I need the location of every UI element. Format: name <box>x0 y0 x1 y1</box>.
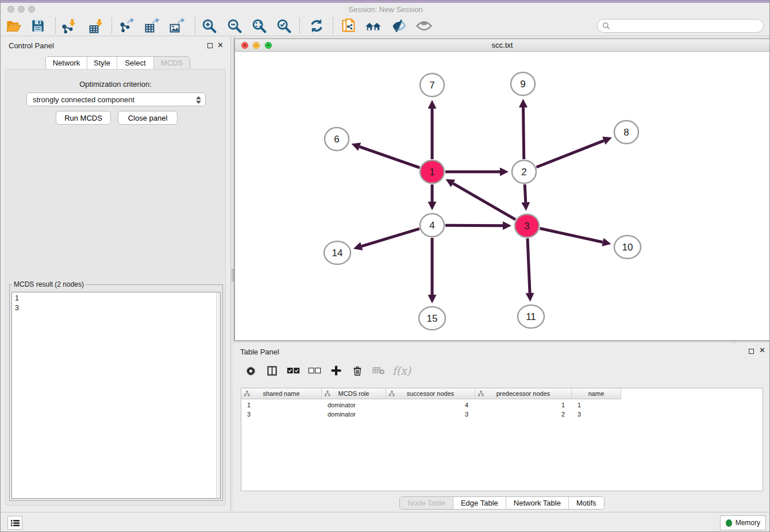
table-row[interactable]: 1dominator411 <box>241 400 621 410</box>
table-cell[interactable]: 3 <box>386 410 475 419</box>
graph-node-label: 14 <box>332 248 343 259</box>
table-cell[interactable]: 4 <box>386 400 475 410</box>
select-all-icon[interactable] <box>283 361 304 380</box>
edge-2-9[interactable] <box>523 107 524 159</box>
clone-network-icon[interactable] <box>338 16 359 36</box>
toolbar-separator <box>55 18 56 34</box>
mcds-result-title: MCDS result (2 nodes) <box>12 280 86 288</box>
network-window-titlebar[interactable]: × − + scc.txt <box>235 39 769 52</box>
table-row[interactable]: 3dominator323 <box>241 410 621 419</box>
graph-node-label: 3 <box>524 221 529 232</box>
memory-label: Memory <box>736 519 760 527</box>
search-input[interactable] <box>610 21 763 31</box>
zoom-out-icon[interactable] <box>224 16 245 36</box>
node-table-header: shared nameMCDS rolesuccessor nodesprede… <box>241 388 621 399</box>
search-icon <box>602 22 610 30</box>
toolbar-separator <box>195 18 195 34</box>
table-cell[interactable]: 1 <box>241 400 322 410</box>
mcds-result-group: MCDS result (2 nodes) 1 3 <box>9 284 223 501</box>
table-cell[interactable]: 1 <box>475 400 572 410</box>
tab-style[interactable]: Style <box>87 57 117 69</box>
import-network-icon[interactable] <box>59 16 79 36</box>
tab-node-table[interactable]: Node Table <box>400 497 453 509</box>
graph-node-label: 9 <box>520 79 525 90</box>
edge-2-3[interactable] <box>525 184 526 202</box>
control-panel-tabs: NetworkStyleSelectMCDS <box>45 56 190 70</box>
tab-network-table[interactable]: Network Table <box>506 497 569 509</box>
toolbar-separator <box>299 18 300 34</box>
table-cell[interactable]: 1 <box>572 400 621 410</box>
table-cell[interactable]: 2 <box>475 410 572 419</box>
tab-motifs[interactable]: Motifs <box>569 497 604 509</box>
network-graph: 7968124314101511 <box>235 52 769 340</box>
node-table[interactable]: shared nameMCDS rolesuccessor nodesprede… <box>241 388 763 491</box>
table-toolbar: f(x) <box>240 360 414 381</box>
window-title: Session: New Session <box>1 5 770 14</box>
deselect-all-icon[interactable] <box>304 361 325 380</box>
mcds-result-text[interactable]: 1 3 <box>11 292 221 499</box>
function-builder-icon: f(x) <box>389 361 414 380</box>
network-canvas[interactable]: 7968124314101511 <box>235 52 769 340</box>
export-network-icon[interactable] <box>116 16 137 36</box>
import-table-icon[interactable] <box>86 16 106 36</box>
graph-node-label: 8 <box>623 127 629 138</box>
column-manager-icon[interactable] <box>261 361 283 380</box>
close-panel-button[interactable]: Close panel <box>118 111 178 125</box>
graph-node-label: 7 <box>429 80 434 91</box>
zoom-fit-icon[interactable] <box>249 16 270 36</box>
edge-3-10[interactable] <box>540 229 603 242</box>
graph-node-label: 4 <box>429 220 434 231</box>
hide-details-icon[interactable] <box>388 16 409 36</box>
edge-3-11[interactable] <box>528 238 530 293</box>
table-close-icon[interactable]: ✕ <box>759 346 765 354</box>
edge-1-6[interactable] <box>360 147 420 168</box>
open-session-icon[interactable] <box>3 16 24 36</box>
table-tabs-bar: Node TableEdge TableNetwork TableMotifs <box>233 496 770 510</box>
tab-edge-table[interactable]: Edge Table <box>453 497 506 509</box>
task-history-button[interactable] <box>7 516 22 530</box>
memory-button[interactable]: Memory <box>720 515 766 530</box>
column-header-MCDS-role[interactable]: MCDS role <box>322 388 386 399</box>
column-header-successor-nodes[interactable]: successor nodes <box>386 388 475 399</box>
export-table-icon[interactable] <box>141 16 162 36</box>
edge-4-14[interactable] <box>361 229 419 246</box>
delete-row-icon[interactable] <box>346 361 368 380</box>
table-panel: Table Panel ✕ f(x) shared nameMCDS roles… <box>233 343 770 511</box>
column-header-predecessor-nodes[interactable]: predecessor nodes <box>475 388 572 399</box>
column-header-shared-name[interactable]: shared name <box>241 388 322 399</box>
tab-network[interactable]: Network <box>46 57 87 69</box>
show-graphics-icon[interactable] <box>414 16 434 36</box>
graph-node-label: 10 <box>622 242 633 253</box>
save-session-icon[interactable] <box>28 16 48 36</box>
control-panel: Control Panel ✕ NetworkStyleSelectMCDS O… <box>1 36 230 511</box>
table-float-icon[interactable] <box>749 349 754 354</box>
first-neighbors-icon[interactable] <box>363 16 384 36</box>
export-image-icon[interactable] <box>166 16 187 36</box>
tab-mcds[interactable]: MCDS <box>154 57 190 69</box>
search-box[interactable] <box>597 19 764 33</box>
column-header-name[interactable]: name <box>572 388 621 399</box>
table-settings-icon[interactable] <box>240 361 261 380</box>
table-cell[interactable]: dominator <box>322 410 386 419</box>
edge-4-3[interactable] <box>445 225 503 226</box>
vertical-splitter-handle[interactable] <box>232 269 234 282</box>
run-mcds-button[interactable]: Run MCDS <box>56 111 111 125</box>
graph-node-label: 11 <box>526 311 536 322</box>
mcds-result-scrollbar[interactable] <box>216 292 221 499</box>
edge-2-8[interactable] <box>536 141 603 167</box>
apply-layout-icon[interactable] <box>306 16 327 36</box>
add-row-icon[interactable] <box>325 361 346 380</box>
graph-node-label: 6 <box>334 134 339 145</box>
zoom-in-icon[interactable] <box>199 16 220 36</box>
control-panel-title: Control Panel <box>9 41 54 50</box>
table-cell[interactable]: dominator <box>322 400 386 410</box>
zoom-selected-icon[interactable] <box>274 16 294 36</box>
optimization-criterion-select[interactable]: strongly connected component <box>26 92 206 106</box>
table-cell[interactable]: 3 <box>241 410 322 419</box>
close-panel-icon[interactable]: ✕ <box>217 41 224 49</box>
float-panel-icon[interactable] <box>207 43 213 48</box>
edge-3-1[interactable] <box>453 183 515 219</box>
tab-select[interactable]: Select <box>117 57 154 69</box>
table-cell[interactable]: 3 <box>572 410 621 419</box>
selected-criterion: strongly connected component <box>33 95 134 104</box>
